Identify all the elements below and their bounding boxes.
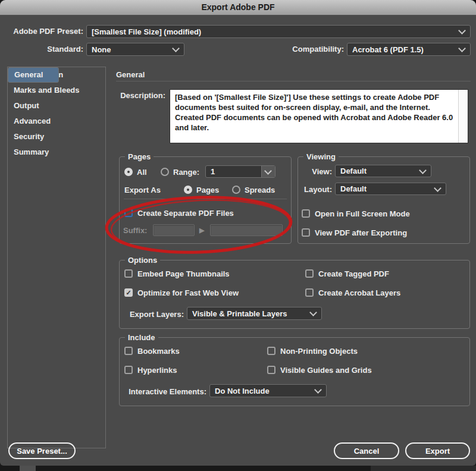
embed-thumbnails-checkbox[interactable] [124,269,133,278]
desktop-strip-segment [371,466,476,471]
create-tagged-pdf-checkbox[interactable] [305,269,314,278]
export-layers-label: Export Layers: [119,309,184,320]
optimize-fast-web-view-label: Optimize for Fast Web View [137,288,239,299]
description-text: [Based on '[Smallest File Size]'] Use th… [175,93,453,132]
sidebar-item-advanced[interactable]: Advanced [8,114,105,129]
textarea-scrollbar[interactable] [458,90,468,143]
chevron-down-icon [458,27,466,34]
bookmarks-label: Bookmarks [137,346,180,357]
settings-category-sidebar: General Compression Marks and Bleeds Out… [7,67,106,448]
suffix-label: Suffix: [123,225,147,236]
desktop-strip-segment [20,466,36,471]
chevron-down-icon [314,386,322,394]
create-separate-pdf-checkbox[interactable] [124,209,133,217]
viewing-legend: Viewing [303,152,339,162]
embed-thumbnails-label: Embed Page Thumbnails [137,269,230,280]
chevron-down-icon [309,309,317,316]
create-acrobat-layers-label: Create Acrobat Layers [318,288,400,299]
nonprinting-objects-label: Non-Printing Objects [280,346,358,357]
layout-label: Layout: [274,184,332,195]
all-radio-label: All [137,167,147,178]
visible-guides-checkbox[interactable] [267,366,275,374]
export-adobe-pdf-dialog: Export Adobe PDF Adobe PDF Preset: [Smal… [0,0,476,471]
chevron-down-icon [419,167,427,174]
range-radio-label: Range: [173,167,199,178]
sidebar-item-marks-and-bleeds[interactable]: Marks and Bleeds [8,83,105,98]
save-preset-button[interactable]: Save Preset... [8,442,76,459]
create-separate-pdf-label: Create Separate PDF Files [137,208,234,219]
export-layers-select[interactable]: Visible & Printable Layers [187,307,322,320]
pages-radio[interactable] [184,186,192,194]
view-label: View: [274,167,332,177]
pages-legend: Pages [125,152,154,162]
export-layers-value: Visible & Printable Layers [192,309,287,318]
bookmarks-checkbox[interactable] [124,347,133,355]
pages-radio-label: Pages [196,185,219,196]
create-acrobat-layers-checkbox[interactable] [305,288,314,297]
adobe-pdf-preset-select[interactable]: [Smallest File Size] (modified) [86,25,471,38]
chevron-down-icon [172,45,180,52]
adobe-pdf-preset-value: [Smallest File Size] (modified) [92,27,201,36]
chevron-down-icon [434,184,441,192]
interactive-elements-select[interactable]: Do Not Include [209,384,327,397]
chevron-down-icon [458,45,466,52]
range-radio[interactable] [161,168,169,176]
sidebar-item-security[interactable]: Security [8,129,105,145]
all-radio[interactable] [124,168,133,176]
nonprinting-objects-checkbox[interactable] [267,347,275,355]
range-combo-button[interactable] [261,166,275,177]
optimize-fast-web-view-checkbox[interactable]: ✓ [124,288,133,297]
suffix-arrow-icon: ▶ [199,225,204,236]
heading-divider [116,81,471,81]
suffix-input-right[interactable] [210,224,283,236]
layout-select[interactable]: Default [335,183,446,195]
description-label: Description: [106,90,165,101]
view-value: Default [340,167,367,175]
create-tagged-pdf-label: Create Tagged PDF [318,269,389,280]
sidebar-item-output[interactable]: Output [8,98,105,114]
compatibility-select[interactable]: Acrobat 6 (PDF 1.5) [347,43,471,56]
options-legend: Options [125,255,160,265]
spreads-radio-label: Spreads [245,185,275,196]
range-combo[interactable]: 1 [205,165,275,178]
view-select[interactable]: Default [335,165,431,177]
standard-value: None [92,45,111,54]
interactive-elements-label: Interactive Elements: [121,387,206,397]
spreads-radio[interactable] [232,186,240,194]
export-button[interactable]: Export [405,442,470,459]
view-pdf-after-export-checkbox[interactable] [302,228,310,237]
pages-divider [124,199,287,199]
suffix-input-left[interactable] [153,224,195,236]
hyperlinks-checkbox[interactable] [124,366,133,374]
open-fullscreen-checkbox[interactable] [302,209,310,218]
sidebar-item-general[interactable]: General [8,67,59,83]
compatibility-label: Compatibility: [250,44,344,55]
standard-select[interactable]: None [86,43,184,56]
description-textarea[interactable]: [Based on '[Smallest File Size]'] Use th… [170,89,468,143]
hyperlinks-label: Hyperlinks [137,365,177,376]
window-title: Export Adobe PDF [0,0,476,15]
open-fullscreen-label: Open in Full Screen Mode [315,209,410,219]
panel-heading: General [116,70,145,80]
view-pdf-after-export-label: View PDF after Exporting [315,228,407,238]
check-icon: ✓ [126,289,131,296]
visible-guides-label: Visible Guides and Grids [280,365,372,376]
interactive-elements-value: Do Not Include [215,387,270,395]
compatibility-value: Acrobat 6 (PDF 1.5) [352,45,424,54]
export-as-label: Export As [124,185,161,196]
standard-label: Standard: [0,44,83,55]
sidebar-item-summary[interactable]: Summary [8,145,105,160]
cancel-button[interactable]: Cancel [334,442,399,459]
range-value: 1 [211,167,215,176]
layout-value: Default [340,184,367,193]
chevron-down-icon [264,167,272,175]
include-legend: Include [125,332,158,343]
titlebar: Export Adobe PDF [0,0,476,15]
adobe-pdf-preset-label: Adobe PDF Preset: [0,26,83,37]
